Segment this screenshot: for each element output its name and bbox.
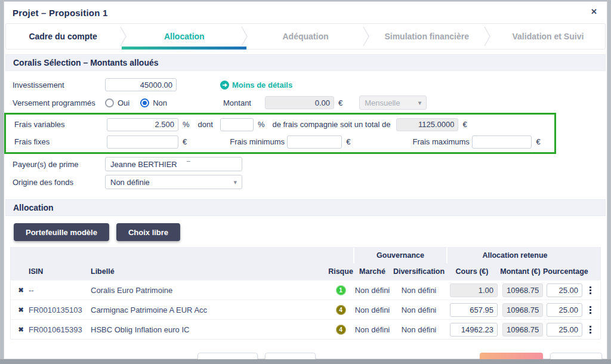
frais-variables-percent-unit: % xyxy=(183,120,190,129)
origine-label: Origine des fonds xyxy=(13,178,105,187)
row-diversification: Non défini xyxy=(391,325,446,334)
frais-compagnie-input[interactable] xyxy=(220,118,254,131)
pourcentage-input[interactable] xyxy=(547,283,582,297)
risk-badge: 1 xyxy=(336,285,346,295)
frais-variables-label: Frais variables xyxy=(14,120,107,129)
versement-radio-group: Oui Non xyxy=(105,98,189,107)
table-group-header-row: Gouvernance Allocation retenue xyxy=(11,248,600,263)
wizard-tabs: Cadre du compte Allocation Adéquation Si… xyxy=(5,23,606,50)
moins-de-details-link[interactable]: ➜ Moins de détails xyxy=(220,81,292,90)
portefeuille-modele-button[interactable]: Portefeuille modèle xyxy=(14,223,109,241)
col-libelle: Libellé xyxy=(91,267,328,276)
tab-adequation[interactable]: Adéquation xyxy=(248,24,362,49)
tab-cadre-du-compte[interactable]: Cadre du compte xyxy=(6,24,120,49)
frais-compagnie-percent-unit: % xyxy=(258,120,265,129)
payeur-field[interactable]: Jeanne BERTHIER – xyxy=(105,157,242,171)
frais-total-input xyxy=(396,118,458,131)
allocation-mode-buttons: Portefeuille modèle Choix libre xyxy=(14,223,607,241)
allocation-retenue-group-header: Allocation retenue xyxy=(446,248,582,263)
caret-down-icon: ▾ xyxy=(233,178,237,186)
cours-input[interactable] xyxy=(450,303,498,317)
gouvernance-group-header: Gouvernance xyxy=(353,248,446,263)
col-isin: ISIN xyxy=(29,267,91,276)
frais-minimums-input[interactable] xyxy=(287,135,342,149)
pourcentage-input[interactable] xyxy=(547,303,582,317)
dialog-title-bar: Projet – Proposition 1 ✕ xyxy=(4,2,607,23)
page-background-edge xyxy=(0,359,611,364)
montant-input xyxy=(502,303,543,317)
row-libelle: HSBC Oblig Inflation euro IC xyxy=(91,325,328,334)
periodicite-select: Mensuelle ▾ xyxy=(359,95,427,110)
row-menu-icon[interactable] xyxy=(590,329,591,331)
risk-badge: 4 xyxy=(336,325,346,335)
cours-input[interactable] xyxy=(450,323,498,337)
payeur-mark: – xyxy=(187,157,190,164)
origine-select[interactable]: Non définie ▾ xyxy=(105,175,242,189)
remove-row-icon[interactable]: ✖ xyxy=(13,326,29,334)
choix-libre-button[interactable]: Choix libre xyxy=(116,223,180,241)
row-isin: FR0010615393 xyxy=(29,325,91,334)
pourcentage-input[interactable] xyxy=(547,323,582,337)
frais-maximums-label: Frais maximums xyxy=(412,137,472,146)
allocation-section-header: Allocation xyxy=(5,199,606,216)
montant-euro-unit: € xyxy=(338,98,342,107)
tab-separator-chevron xyxy=(484,24,491,48)
row-diversification: Non défini xyxy=(391,286,446,295)
row-diversification: Non défini xyxy=(391,306,446,314)
remove-row-icon[interactable]: ✖ xyxy=(13,286,29,294)
remove-row-icon[interactable]: ✖ xyxy=(13,306,29,314)
montant-input xyxy=(502,323,543,337)
table-row: ✖ -- Coralis Euro Patrimoine 1 Non défin… xyxy=(11,280,600,300)
frais-fixes-label: Frais fixes xyxy=(14,137,107,146)
montants-form: Investissement ➜ Moins de détails Versem… xyxy=(4,71,607,196)
investissement-input[interactable] xyxy=(105,78,177,91)
allocation-table: Gouvernance Allocation retenue ISIN Libe… xyxy=(10,247,601,340)
montants-section-header: Coralis Sélection – Montants alloués xyxy=(5,54,606,71)
payeur-label: Payeur(s) de prime xyxy=(13,160,105,169)
row-menu-icon[interactable] xyxy=(590,289,591,291)
close-icon[interactable]: ✕ xyxy=(591,7,597,16)
row-libelle: Coralis Euro Patrimoine xyxy=(91,286,328,295)
tab-simulation-financiere[interactable]: Simulation financière xyxy=(370,24,484,49)
radio-oui[interactable] xyxy=(105,98,114,107)
tab-allocation[interactable]: Allocation xyxy=(127,24,241,49)
montant-input xyxy=(502,283,543,297)
tab-separator-chevron xyxy=(241,24,248,48)
frais-total-euro-unit: € xyxy=(462,120,467,129)
frais-variables-input[interactable] xyxy=(107,118,178,131)
investissement-label: Investissement xyxy=(13,81,105,90)
frais-fixes-euro-unit: € xyxy=(183,137,187,146)
table-column-header-row: ISIN Libellé Risque Marché Diversificati… xyxy=(11,263,600,280)
fees-highlight-box: Frais variables % dont % de frais compag… xyxy=(4,113,556,154)
radio-oui-label: Oui xyxy=(118,98,129,107)
table-row: ✖ FR0010135103 Carmignac Patrimoine A EU… xyxy=(11,300,600,319)
frais-fixes-input[interactable] xyxy=(107,135,178,149)
frais-maximums-euro-unit: € xyxy=(536,137,540,146)
radio-non[interactable] xyxy=(140,98,149,107)
col-pourcentage: Pourcentage xyxy=(543,267,582,276)
proposition-dialog: Projet – Proposition 1 ✕ Cadre du compte… xyxy=(4,1,607,359)
frais-minimums-euro-unit: € xyxy=(346,137,350,146)
versement-label: Versement programmés xyxy=(13,98,105,107)
tab-separator-chevron xyxy=(363,24,370,48)
radio-non-label: Non xyxy=(153,98,167,107)
risk-badge: 4 xyxy=(336,305,346,315)
row-libelle: Carmignac Patrimoine A EUR Acc xyxy=(91,306,328,314)
frais-minimums-label: Frais minimums xyxy=(230,137,287,146)
col-risque: Risque xyxy=(328,267,353,276)
row-isin: FR0010135103 xyxy=(29,306,91,314)
frais-total-label: de frais compagnie soit un total de xyxy=(272,120,390,129)
tab-validation-et-suivi[interactable]: Validation et Suivi xyxy=(491,24,605,49)
row-menu-icon[interactable] xyxy=(590,309,591,311)
dialog-title: Projet – Proposition 1 xyxy=(13,8,107,18)
dont-label: dont xyxy=(198,120,213,129)
cours-input xyxy=(450,283,498,297)
frais-maximums-input[interactable] xyxy=(472,135,532,149)
row-marche: Non défini xyxy=(353,286,391,295)
row-isin: -- xyxy=(29,286,91,295)
col-diversification: Diversification xyxy=(391,267,446,276)
col-marche: Marché xyxy=(353,267,391,276)
tab-separator-chevron xyxy=(120,24,127,48)
col-montant: Montant (€) xyxy=(498,267,543,276)
col-cours: Cours (€) xyxy=(446,267,498,276)
